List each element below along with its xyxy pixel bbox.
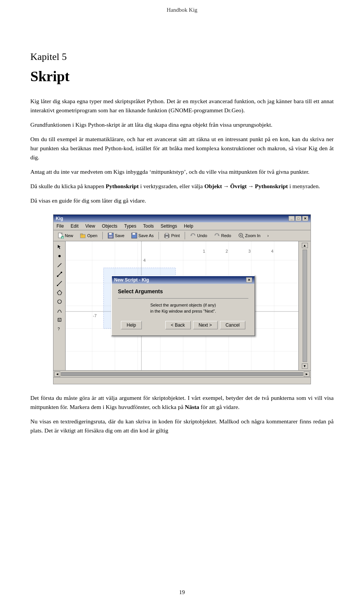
kig-canvas[interactable]: 4 3 2 1 -7 -6 -5 4 3 2: [66, 241, 298, 370]
toolbar-new-button[interactable]: + New: [55, 231, 76, 240]
horizontal-scrollbar[interactable]: [61, 372, 303, 376]
menu-tools[interactable]: Tools: [142, 223, 155, 229]
svg-line-22: [58, 263, 61, 267]
svg-marker-20: [58, 245, 61, 249]
next-button[interactable]: Next >: [193, 321, 218, 329]
help-button[interactable]: Help: [121, 321, 142, 329]
menu-file[interactable]: File: [55, 223, 65, 229]
menu-objects[interactable]: Objects: [100, 223, 119, 229]
conic-icon: [57, 308, 62, 313]
dialog-title: New Script - Kig: [114, 277, 149, 283]
chapter-title: Skript: [30, 68, 334, 85]
tool-ray[interactable]: [55, 279, 64, 288]
tool-conic[interactable]: [55, 307, 64, 315]
status-bar: [53, 377, 311, 384]
toolbar-open-button[interactable]: Open: [77, 231, 100, 240]
new-label: New: [65, 233, 73, 238]
minimize-button[interactable]: _: [289, 216, 295, 221]
menu-bar: File Edit View Objects Types Tools Setti…: [53, 222, 311, 230]
scroll-left-button[interactable]: ◄: [54, 371, 60, 377]
tool-point[interactable]: [55, 252, 64, 260]
status-text: [55, 379, 56, 383]
paragraph-3: Om du till exempel är matematiklärare, o…: [30, 135, 334, 162]
maximize-button[interactable]: □: [295, 216, 301, 221]
polygon-icon: [57, 290, 62, 295]
scroll-right-button[interactable]: ►: [304, 371, 310, 377]
svg-line-19: [242, 237, 244, 238]
paragraph-8: Nu visas en textredigeringsruta, där du …: [30, 417, 334, 435]
test-icon: ?: [57, 326, 62, 332]
cancel-button[interactable]: Cancel: [220, 321, 245, 329]
tool-test[interactable]: ?: [55, 325, 64, 333]
bold-pythonskript2: Pythonskript: [255, 183, 288, 189]
new-icon: +: [58, 233, 64, 239]
svg-text:?: ?: [58, 327, 60, 331]
svg-text:T: T: [58, 319, 60, 322]
toolbar-separator-3: [185, 232, 185, 239]
toolbar-saveas-button[interactable]: Save As: [129, 231, 156, 240]
paragraph-4: Antag att du inte var medveten om Kigs i…: [30, 167, 334, 176]
nav-buttons: < Back Next > Cancel: [165, 321, 245, 329]
point-icon: [57, 253, 62, 259]
ray-icon: [57, 281, 62, 286]
svg-text:-7: -7: [93, 313, 97, 318]
close-button[interactable]: ✕: [302, 216, 308, 221]
saveas-icon: [131, 233, 137, 239]
dialog-titlebar: New Script - Kig ✕: [112, 276, 254, 284]
window-titlebar: Kig _ □ ✕: [53, 215, 311, 222]
toolbar-undo-button[interactable]: Undo: [187, 231, 210, 240]
tool-polygon[interactable]: [55, 288, 64, 297]
circle-icon: [57, 299, 62, 304]
svg-point-24: [57, 275, 58, 277]
scroll-down-button[interactable]: ▼: [302, 363, 308, 369]
back-button[interactable]: < Back: [165, 321, 191, 329]
dialog-close-button[interactable]: ✕: [246, 277, 252, 283]
select-arguments-dialog: New Script - Kig ✕ Select Arguments Sele…: [111, 275, 255, 336]
svg-line-23: [58, 272, 61, 276]
toolbar-zoomin-button[interactable]: Zoom In: [235, 231, 263, 240]
svg-rect-5: [80, 234, 83, 235]
tool-cursor[interactable]: [55, 243, 64, 251]
tool-transform[interactable]: T: [55, 316, 64, 324]
zoomin-icon: [238, 233, 244, 239]
svg-marker-15: [218, 234, 220, 236]
svg-text:2: 2: [226, 249, 228, 253]
tool-line[interactable]: [55, 261, 64, 269]
dialog-buttons: Help < Back Next > Cancel: [118, 319, 248, 331]
print-icon: [164, 233, 170, 239]
dialog-section-title: Select Arguments: [118, 288, 248, 294]
page-number: 19: [179, 589, 185, 595]
menu-settings[interactable]: Settings: [159, 223, 179, 229]
kig-window: Kig _ □ ✕ File Edit View Objects Types T…: [53, 214, 311, 384]
open-icon: [80, 233, 86, 239]
toolbar-separator-1: [102, 232, 103, 239]
menu-view[interactable]: View: [84, 223, 97, 229]
svg-marker-28: [57, 290, 62, 295]
left-toolbar: T ?: [53, 241, 66, 370]
toolbar-more-button[interactable]: ›: [265, 232, 271, 239]
menu-help[interactable]: Help: [182, 223, 195, 229]
right-toolbar: ▲ ▼: [298, 241, 311, 370]
paragraph-5: Då skulle du klicka på knappen Pythonskr…: [30, 182, 334, 191]
svg-rect-10: [132, 233, 135, 235]
toolbar-redo-button[interactable]: Redo: [211, 231, 234, 240]
segment-icon: [57, 272, 62, 277]
redo-icon: [214, 233, 220, 239]
menu-edit[interactable]: Edit: [69, 223, 80, 229]
kig-main-area: T ?: [53, 241, 311, 370]
menu-types[interactable]: Types: [123, 223, 138, 229]
dialog-description: Select the argument objects (if any) in …: [118, 302, 248, 314]
vertical-scrollbar[interactable]: [303, 250, 307, 362]
line-icon: [57, 263, 62, 268]
paragraph-7: Det första du måste göra är att välja ar…: [30, 393, 334, 412]
dialog-body: Select Arguments Select the argument obj…: [112, 284, 254, 335]
tool-circle[interactable]: [55, 297, 64, 306]
scroll-up-button[interactable]: ▲: [302, 243, 308, 248]
tool-segment[interactable]: [55, 270, 64, 278]
bold-ovrigt: Övrigt: [230, 183, 247, 189]
toolbar-save-button[interactable]: Save: [105, 231, 127, 240]
svg-line-26: [57, 281, 62, 286]
toolbar-print-button[interactable]: Print: [161, 231, 182, 240]
svg-point-29: [58, 300, 61, 304]
svg-text:1: 1: [203, 249, 205, 253]
